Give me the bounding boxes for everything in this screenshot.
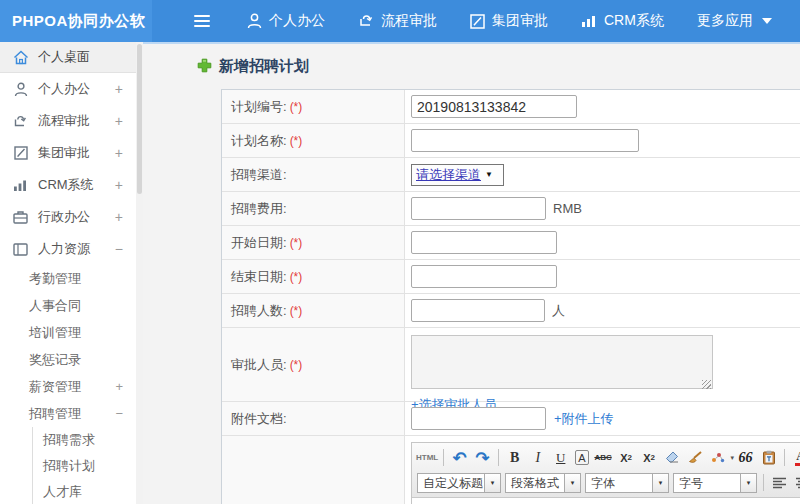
headcount-input[interactable]: [411, 299, 545, 322]
sidebar-item-desktop[interactable]: 个人桌面: [0, 42, 136, 73]
custom-title-select[interactable]: 自定义标题 ▾: [417, 473, 501, 493]
dropdown-caret-icon[interactable]: ▾: [731, 454, 735, 462]
required-mark: (*): [290, 270, 303, 284]
auto-typeset-icon[interactable]: [708, 447, 729, 468]
editor-label-cell: [222, 436, 405, 504]
paragraph-format-select[interactable]: 段落格式 ▾: [505, 473, 581, 493]
source-code-button[interactable]: HTML: [416, 447, 438, 468]
plan-name-input[interactable]: [411, 129, 639, 152]
italic-button[interactable]: I: [527, 447, 548, 468]
redo-button[interactable]: ↷: [472, 447, 493, 468]
sidebar-scrollbar[interactable]: [136, 42, 143, 504]
nav-personal-office[interactable]: 个人办公: [247, 12, 325, 30]
editor-toolbar-row2: 自定义标题 ▾ 段落格式 ▾ 字体 ▾: [415, 470, 800, 495]
sidebar-item-rewards[interactable]: 奖惩记录: [0, 346, 136, 373]
main-content: 新增招聘计划 计划编号:(*) 计划名称:(*) 招聘渠道: 请选择渠道: [143, 42, 800, 504]
sidebar-item-admin-office[interactable]: 行政办公 +: [0, 201, 136, 233]
hamburger-menu-icon[interactable]: [194, 15, 214, 27]
font-family-select[interactable]: 字体 ▾: [585, 473, 669, 493]
expand-plus-icon[interactable]: +: [115, 209, 123, 225]
bold-button[interactable]: B: [504, 447, 525, 468]
required-mark: (*): [290, 358, 303, 372]
underline-button[interactable]: U: [550, 447, 571, 468]
recruit-submenu: 招聘需求 招聘计划 人才库: [32, 427, 136, 504]
align-left-icon[interactable]: [769, 472, 790, 493]
fee-input[interactable]: [411, 197, 546, 220]
book-icon: [12, 243, 29, 256]
sidebar: 个人桌面 个人办公 + 流程审批 + 集团审批 +: [0, 42, 136, 504]
font-size-select[interactable]: 字号 ▾: [673, 473, 757, 493]
sidebar-item-training[interactable]: 培训管理: [0, 319, 136, 346]
user-icon: [247, 13, 262, 29]
editor-toolbar-row1: HTML ↶ ↷ B I U A ABC X2: [415, 445, 800, 470]
sidebar-item-recruit-demand[interactable]: 招聘需求: [33, 427, 136, 453]
paste-text-icon[interactable]: [758, 447, 779, 468]
rich-text-editor: HTML ↶ ↷ B I U A ABC X2: [411, 442, 800, 504]
collapse-minus-icon[interactable]: −: [115, 241, 123, 257]
format-brush-icon[interactable]: [685, 447, 706, 468]
end-date-input[interactable]: [411, 265, 557, 288]
editor-content-area[interactable]: [412, 498, 800, 504]
field-label: 附件文档:: [231, 410, 287, 428]
sidebar-item-crm[interactable]: CRM系统 +: [0, 169, 136, 201]
sidebar-item-group-approval[interactable]: 集团审批 +: [0, 137, 136, 169]
top-navbar: PHPOA协同办公软件 个人办公 流程审批 集团审批 CRM系统 更多应用: [0, 0, 800, 42]
sidebar-item-attendance[interactable]: 考勤管理: [0, 265, 136, 292]
expand-plus-icon[interactable]: +: [115, 145, 123, 161]
field-label: 招聘人数:: [231, 302, 287, 320]
channel-select[interactable]: 请选择渠道: [411, 164, 504, 186]
nav-crm-system[interactable]: CRM系统: [581, 12, 664, 30]
upload-attachment-link[interactable]: +附件上传: [554, 410, 614, 428]
nav-workflow-approval[interactable]: 流程审批: [358, 12, 437, 30]
sidebar-item-hr[interactable]: 人力资源 −: [0, 233, 136, 265]
dropdown-caret-icon[interactable]: ▾: [741, 473, 757, 493]
plus-icon: [197, 58, 212, 76]
sidebar-item-recruit-mgmt[interactable]: 招聘管理 −: [0, 400, 136, 427]
required-mark: (*): [290, 236, 303, 250]
form-row-end-date: 结束日期:(*): [222, 260, 800, 294]
approver-textarea[interactable]: [411, 335, 713, 389]
expand-plus-icon[interactable]: +: [115, 177, 123, 193]
nav-group-approval[interactable]: 集团审批: [470, 12, 548, 30]
sidebar-item-salary[interactable]: 薪资管理 +: [0, 373, 136, 400]
flow-arrow-icon: [358, 13, 374, 29]
undo-button[interactable]: ↶: [449, 447, 470, 468]
strikethrough-button[interactable]: ABC: [593, 447, 614, 468]
blockquote-button[interactable]: 66: [735, 447, 756, 468]
form-row-headcount: 招聘人数:(*) 人: [222, 294, 800, 328]
resize-grip[interactable]: [702, 380, 711, 389]
sidebar-item-talent-pool[interactable]: 人才库: [33, 479, 136, 504]
plan-no-input[interactable]: [411, 95, 577, 118]
required-mark: (*): [290, 134, 303, 148]
subscript-button[interactable]: X2: [639, 447, 660, 468]
dropdown-caret-icon[interactable]: ▾: [565, 473, 581, 493]
align-center-icon[interactable]: [792, 472, 800, 493]
sidebar-item-workflow-approval[interactable]: 流程审批 +: [0, 105, 136, 137]
page-title: 新增招聘计划: [197, 57, 800, 76]
field-label: 计划编号:: [231, 98, 287, 116]
superscript-button[interactable]: X2: [616, 447, 637, 468]
form-row-channel: 招聘渠道: 请选择渠道: [222, 158, 800, 192]
expand-plus-icon[interactable]: +: [115, 379, 123, 394]
field-label: 结束日期:: [231, 268, 287, 286]
font-color-button[interactable]: A: [790, 447, 800, 468]
dropdown-caret-icon[interactable]: ▾: [485, 473, 501, 493]
autoformat-button[interactable]: A: [575, 450, 588, 465]
form-row-approver: 审批人员:(*) +选择审批人员: [222, 328, 800, 402]
dropdown-caret-icon[interactable]: ▾: [653, 473, 669, 493]
nav-more-apps[interactable]: 更多应用: [697, 12, 772, 30]
expand-plus-icon[interactable]: +: [115, 81, 123, 97]
form-row-start-date: 开始日期:(*): [222, 226, 800, 260]
attachment-input[interactable]: [411, 407, 546, 430]
eraser-icon[interactable]: [662, 447, 683, 468]
collapse-minus-icon[interactable]: −: [115, 406, 123, 421]
sidebar-item-personal-office[interactable]: 个人办公 +: [0, 73, 136, 105]
sidebar-item-recruit-plan[interactable]: 招聘计划: [33, 453, 136, 479]
expand-plus-icon[interactable]: +: [115, 113, 123, 129]
sidebar-item-hr-contract[interactable]: 人事合同: [0, 292, 136, 319]
recruit-plan-form: 计划编号:(*) 计划名称:(*) 招聘渠道: 请选择渠道 招聘费用:: [221, 89, 800, 504]
editor-toolbar: HTML ↶ ↷ B I U A ABC X2: [412, 443, 800, 498]
start-date-input[interactable]: [411, 231, 557, 254]
edit-icon: [470, 14, 485, 29]
flow-arrow-icon: [12, 114, 29, 129]
